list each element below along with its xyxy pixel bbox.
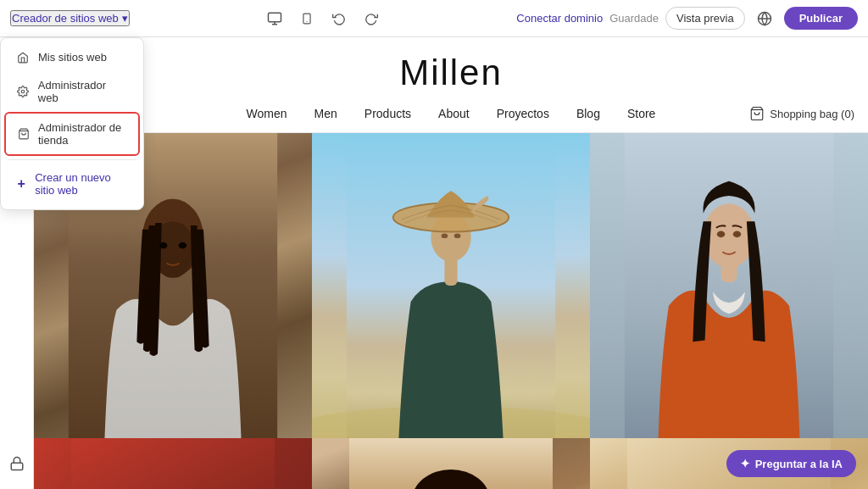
nav-men[interactable]: Men bbox=[301, 102, 351, 125]
dropdown-item-my-sites[interactable]: Mis sitios web bbox=[4, 43, 140, 71]
shopping-bag-button[interactable]: Shopping bag (0) bbox=[749, 106, 854, 121]
main-content: Millen Women Men Products About Proyecto… bbox=[34, 37, 868, 489]
device-toolbar bbox=[262, 6, 384, 31]
svg-point-20 bbox=[159, 242, 167, 249]
website-preview: Millen Women Men Products About Proyecto… bbox=[34, 37, 868, 489]
dropdown-item-web-admin[interactable]: Administrador web bbox=[4, 71, 140, 112]
bottom-panel-1 bbox=[34, 438, 312, 489]
svg-point-28 bbox=[442, 233, 448, 238]
svg-point-33 bbox=[717, 231, 725, 238]
svg-point-18 bbox=[142, 199, 203, 276]
dropdown-item-create-new[interactable]: + Crear un nuevo sitio web bbox=[4, 164, 140, 204]
svg-point-19 bbox=[150, 221, 195, 277]
desktop-view-button[interactable] bbox=[262, 6, 287, 31]
redo-icon bbox=[364, 12, 378, 25]
svg-point-32 bbox=[704, 203, 755, 268]
chevron-down-icon: ▾ bbox=[122, 12, 128, 25]
home-icon bbox=[16, 52, 30, 64]
site-creator-dropdown-button[interactable]: Creador de sitios web ▾ bbox=[10, 10, 130, 26]
undo-icon bbox=[332, 12, 346, 25]
site-title: Millen bbox=[34, 53, 868, 93]
svg-point-21 bbox=[179, 242, 186, 249]
store-icon bbox=[18, 128, 30, 140]
svg-point-4 bbox=[306, 20, 307, 21]
top-bar-actions: Conectar dominio Guardade Vista previa P… bbox=[516, 6, 858, 31]
top-bar-left: Creador de sitios web ▾ bbox=[10, 10, 130, 26]
svg-rect-17 bbox=[164, 249, 183, 277]
top-bar: Creador de sitios web ▾ Conectar dominio… bbox=[0, 0, 868, 37]
grid-cell-woman-3 bbox=[590, 133, 868, 438]
svg-point-29 bbox=[454, 233, 461, 238]
redo-button[interactable] bbox=[359, 6, 384, 31]
grid-cell-woman-2 bbox=[312, 133, 590, 438]
nav-products[interactable]: Products bbox=[351, 102, 425, 125]
gear-icon bbox=[16, 86, 30, 97]
lock-icon bbox=[9, 456, 25, 471]
site-nav: Women Men Products About Proyectos Blog … bbox=[34, 102, 868, 125]
mobile-view-button[interactable] bbox=[294, 6, 320, 31]
publish-button[interactable]: Publicar bbox=[784, 7, 858, 30]
svg-point-13 bbox=[21, 90, 25, 93]
ai-button-label: Preguntar a la IA bbox=[755, 458, 843, 470]
creator-label-text: Creador de sitios web bbox=[12, 12, 119, 25]
shopping-bag-label: Shopping bag (0) bbox=[770, 108, 854, 120]
nav-women[interactable]: Women bbox=[233, 102, 301, 125]
ai-ask-button[interactable]: ✦ Preguntar a la IA bbox=[726, 450, 856, 477]
svg-rect-12 bbox=[11, 463, 23, 470]
grid-cell-bottom-1 bbox=[34, 438, 312, 489]
mobile-icon bbox=[301, 11, 313, 26]
dropdown-item-store-admin[interactable]: Administrador de tienda bbox=[4, 112, 140, 156]
image-grid bbox=[34, 133, 868, 489]
nav-store[interactable]: Store bbox=[614, 102, 669, 125]
save-button[interactable]: Guardade bbox=[609, 12, 659, 25]
undo-button[interactable] bbox=[326, 6, 352, 31]
sidebar-icon-bottom-settings[interactable] bbox=[2, 448, 32, 479]
plus-icon: + bbox=[16, 176, 26, 192]
nav-about[interactable]: About bbox=[425, 102, 483, 125]
dropdown-item-create-new-label: Crear un nuevo sitio web bbox=[35, 171, 128, 197]
svg-rect-35 bbox=[71, 438, 275, 489]
dropdown-item-my-sites-label: Mis sitios web bbox=[38, 51, 107, 64]
dropdown-item-web-admin-label: Administrador web bbox=[38, 79, 128, 104]
connect-domain-button[interactable]: Conectar dominio bbox=[516, 12, 603, 25]
svg-rect-0 bbox=[269, 13, 281, 22]
shopping-bag-icon bbox=[749, 106, 765, 121]
site-header: Millen Women Men Products About Proyecto… bbox=[34, 37, 868, 133]
dropdown-menu: Mis sitios web Administrador web Adminis… bbox=[0, 37, 144, 210]
globe-icon bbox=[757, 11, 772, 26]
grid-cell-bottom-2 bbox=[312, 438, 590, 489]
woman-figure-3 bbox=[590, 133, 868, 438]
svg-point-34 bbox=[733, 231, 741, 238]
ai-star-icon: ✦ bbox=[740, 457, 750, 470]
language-button[interactable] bbox=[752, 6, 777, 31]
desktop-icon bbox=[267, 11, 282, 26]
woman-figure-2 bbox=[312, 133, 590, 438]
nav-proyectos[interactable]: Proyectos bbox=[483, 102, 563, 125]
preview-button[interactable]: Vista previa bbox=[665, 7, 745, 30]
nav-blog[interactable]: Blog bbox=[563, 102, 614, 125]
bottom-panel-2 bbox=[312, 438, 590, 489]
dropdown-divider bbox=[8, 159, 136, 160]
dropdown-item-store-admin-label: Administrador de tienda bbox=[38, 121, 126, 147]
